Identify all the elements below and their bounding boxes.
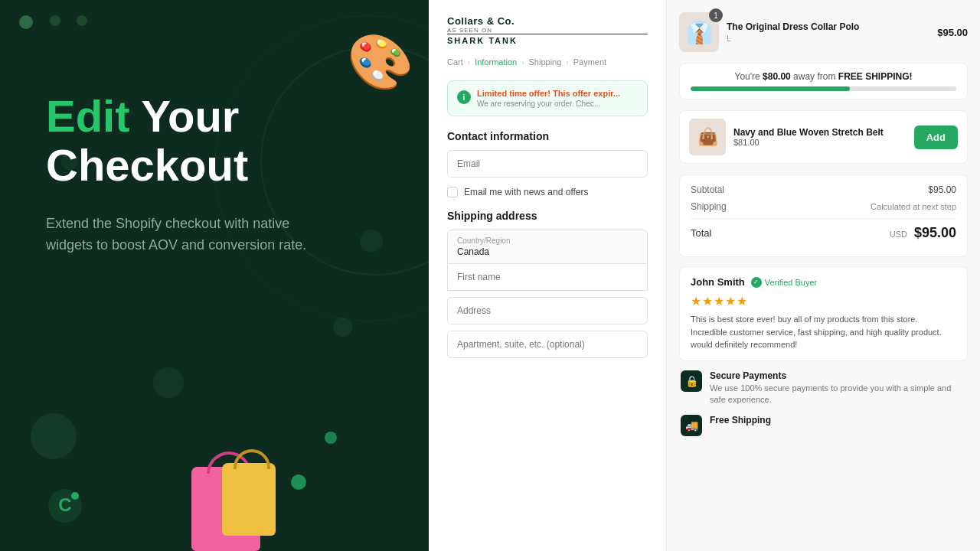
breadcrumb-sep: › [521, 58, 524, 67]
product-quantity-badge: 1 [709, 8, 723, 22]
svg-text:C: C [58, 494, 71, 515]
breadcrumb-information[interactable]: Information [475, 57, 517, 67]
breadcrumb-sep: › [566, 58, 568, 67]
shopping-bags-illustration [168, 413, 291, 551]
shipping-row: Shipping Calculated at next step [691, 201, 956, 212]
apartment-field[interactable] [447, 331, 648, 358]
trust-info-shipping: Free Shipping [710, 415, 966, 427]
total-row: Total USD $95.00 [691, 225, 956, 241]
upsell-product-name: Navy and Blue Woven Stretch Belt [733, 127, 906, 138]
lock-icon: 🔒 [681, 370, 702, 392]
shipping-promo-bar: You're $80.00 away from FREE SHIPPING! [679, 63, 968, 99]
total-value: USD $95.00 [890, 225, 956, 241]
contact-section-label: Contact information [447, 130, 648, 142]
breadcrumb-sep: › [468, 58, 470, 67]
form-inner: Collars & Co. AS SEEN ON SHARK TANK Cart… [429, 0, 666, 551]
breadcrumb: Cart › Information › Shipping › Payment [447, 57, 648, 67]
breadcrumb-payment[interactable]: Payment [573, 57, 606, 67]
upsell-thumbnail: 👜 [689, 119, 726, 155]
breadcrumb-cart[interactable]: Cart [447, 57, 463, 67]
product-name: The Original Dress Collar Polo [727, 21, 929, 34]
shipping-section-label: Shipping address [447, 210, 648, 222]
paint-palette-icon: 🎨 [347, 31, 413, 93]
reviewer-name: John Smith [691, 276, 745, 288]
left-panel: 🎨 Edit YourCheckout Extend the Shopify c… [0, 0, 429, 551]
decorative-dot [153, 367, 184, 398]
email-opt-in-checkbox[interactable] [447, 187, 458, 197]
review-card: John Smith ✓ Verified Buyer ★★★★★ This i… [679, 266, 968, 361]
shipping-value: Calculated at next step [871, 202, 956, 211]
shipping-label: Shipping [691, 201, 727, 212]
country-region-field[interactable]: Country/Region Canada [447, 230, 648, 264]
upsell-add-button[interactable]: Add [914, 126, 958, 149]
review-stars: ★★★★★ [691, 294, 956, 308]
decorative-dot [50, 15, 60, 26]
yellow-bag [222, 463, 276, 536]
decorative-dot [19, 15, 33, 29]
decorative-dot [77, 15, 87, 26]
right-panel: Collars & Co. AS SEEN ON SHARK TANK Cart… [429, 0, 980, 551]
first-name-field[interactable] [447, 264, 648, 291]
upsell-product-image: 👜 [689, 119, 726, 155]
hero-subtitle: Extend the Shopify checkout with native … [46, 213, 337, 257]
totals-section: Subtotal $95.00 Shipping Calculated at n… [679, 174, 968, 257]
decorative-dot-green [325, 432, 337, 444]
review-header: John Smith ✓ Verified Buyer [691, 276, 956, 288]
product-info: The Original Dress Collar Polo L [727, 21, 929, 43]
review-text: This is best store ever! buy all of my p… [691, 313, 956, 351]
total-label: Total [691, 227, 711, 239]
order-summary-panel: 👔 1 The Original Dress Collar Polo L $95… [666, 0, 980, 551]
product-image-wrap: 👔 1 [679, 12, 719, 52]
address-field[interactable] [447, 297, 648, 324]
breadcrumb-shipping[interactable]: Shipping [529, 57, 562, 67]
email-field[interactable] [447, 150, 648, 178]
offer-icon: i [457, 90, 471, 104]
decorative-dot [333, 318, 352, 337]
subtotal-value: $95.00 [928, 184, 956, 195]
hero-content: Edit YourCheckout Extend the Shopify che… [46, 92, 398, 256]
trust-item-secure: 🔒 Secure Payments We use 100% secure pay… [679, 370, 968, 406]
offer-text: Limited time offer! This offer expir... … [477, 89, 620, 108]
total-amount: $95.00 [914, 225, 956, 240]
trust-title-secure: Secure Payments [710, 370, 966, 381]
trust-title-shipping: Free Shipping [710, 415, 966, 425]
email-opt-in-row: Email me with news and offers [447, 187, 648, 197]
checkout-form-panel: Collars & Co. AS SEEN ON SHARK TANK Cart… [429, 0, 666, 551]
subtotal-label: Subtotal [691, 184, 724, 195]
shipping-progress-bar-fill [691, 86, 850, 91]
svg-point-2 [71, 492, 79, 500]
email-opt-in-label: Email me with news and offers [464, 187, 589, 197]
upsell-item: 👜 Navy and Blue Woven Stretch Belt $81.0… [679, 110, 968, 164]
upsell-info: Navy and Blue Woven Stretch Belt $81.00 [733, 127, 906, 147]
trust-item-shipping: 🚚 Free Shipping [679, 415, 968, 436]
brand-logo-icon: C [46, 487, 84, 525]
decorative-dot-green [291, 474, 306, 490]
decorative-dot [31, 413, 77, 459]
store-logo: Collars & Co. AS SEEN ON SHARK TANK [447, 15, 648, 45]
offer-banner: i Limited time offer! This offer expir..… [447, 80, 648, 116]
verified-badge: ✓ Verified Buyer [751, 277, 817, 288]
trust-info-secure: Secure Payments We use 100% secure payme… [710, 370, 966, 406]
shipping-promo-suffix: away from [793, 71, 838, 82]
totals-divider [691, 218, 956, 219]
truck-icon: 🚚 [681, 415, 702, 436]
shipping-promo-prefix: You're [735, 71, 763, 82]
subtotal-row: Subtotal $95.00 [691, 184, 956, 195]
shipping-promo-cta: FREE SHIPPING! [838, 71, 913, 82]
product-variant: L [727, 34, 929, 43]
verified-check-icon: ✓ [751, 277, 762, 288]
shipping-promo-amount: $80.00 [763, 71, 791, 82]
shipping-promo-text: You're $80.00 away from FREE SHIPPING! [691, 71, 956, 82]
hero-title: Edit YourCheckout [46, 92, 398, 190]
verified-label: Verified Buyer [765, 278, 817, 287]
product-price: $95.00 [937, 27, 968, 38]
shipping-progress-bar-bg [691, 86, 956, 91]
brand-logo: C [46, 487, 84, 528]
trust-desc-secure: We use 100% secure payments to provide y… [710, 383, 966, 406]
upsell-product-price: $81.00 [733, 138, 906, 147]
product-item: 👔 1 The Original Dress Collar Polo L $95… [679, 12, 968, 52]
total-currency: USD [890, 230, 907, 239]
